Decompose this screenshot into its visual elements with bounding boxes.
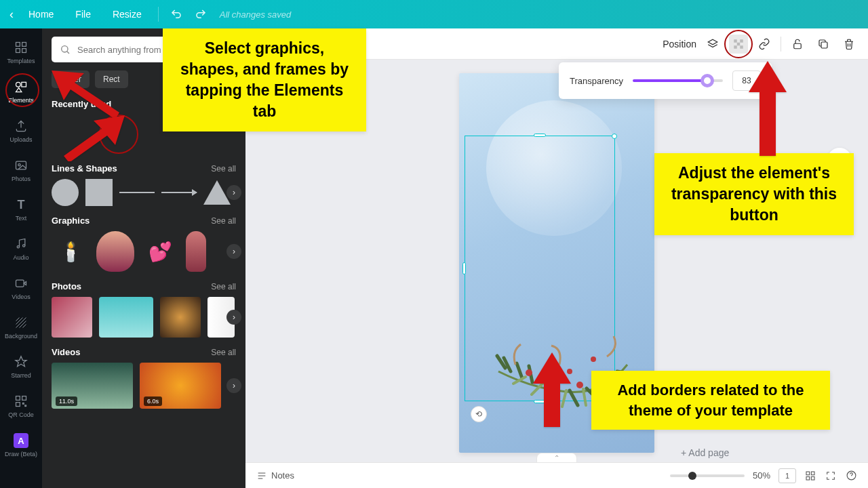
svg-rect-3 <box>22 49 26 53</box>
tab-background[interactable]: Background <box>0 308 42 347</box>
shape-arrow[interactable] <box>161 192 197 193</box>
tab-photos[interactable]: Photos <box>0 150 42 190</box>
svg-rect-15 <box>25 405 26 407</box>
section-title: Graphics <box>52 216 90 226</box>
pages-drawer-handle[interactable]: ⌃ <box>536 453 577 462</box>
zoom-value[interactable]: 50% <box>753 470 770 481</box>
graphic-item[interactable]: 💕 <box>141 231 179 272</box>
tab-elements[interactable]: Elements <box>0 72 42 111</box>
menu-resize[interactable]: Resize <box>103 5 151 24</box>
video-item[interactable]: 11.0s <box>52 363 133 409</box>
redo-icon[interactable] <box>194 7 208 21</box>
undo-icon[interactable] <box>170 7 183 21</box>
svg-rect-11 <box>16 396 20 401</box>
svg-rect-12 <box>22 396 26 401</box>
text-icon: T <box>14 197 28 212</box>
resize-handle[interactable] <box>534 134 546 137</box>
more-icon[interactable]: › <box>226 244 241 259</box>
qrcode-icon <box>14 394 28 409</box>
audio-icon <box>14 237 28 251</box>
menu-home[interactable]: Home <box>19 5 63 24</box>
svg-rect-23 <box>821 42 827 48</box>
tab-uploads[interactable]: Uploads <box>0 111 42 150</box>
layers-icon[interactable] <box>703 35 722 54</box>
tab-templates[interactable]: Templates <box>0 33 42 72</box>
delete-icon[interactable] <box>840 35 859 54</box>
section-title: Videos <box>52 347 80 357</box>
callout-transparency: Adjust the element's transparency with t… <box>654 153 854 235</box>
video-item[interactable]: 6.0s <box>140 363 221 409</box>
transparency-label: Transparency <box>570 76 623 86</box>
svg-point-8 <box>17 246 19 248</box>
tab-draw[interactable]: ADraw (Beta) <box>0 426 42 465</box>
transparency-slider[interactable] <box>633 79 723 82</box>
fullscreen-icon[interactable] <box>825 470 837 482</box>
see-all-link[interactable]: See all <box>211 282 236 291</box>
rotate-handle[interactable]: ⟲ <box>471 406 487 422</box>
grid-view-icon[interactable] <box>804 470 816 482</box>
duplicate-icon[interactable] <box>814 35 833 54</box>
more-icon[interactable]: › <box>226 310 241 325</box>
link-icon[interactable] <box>755 35 774 54</box>
menu-file[interactable]: File <box>66 5 100 24</box>
zoom-slider[interactable] <box>670 474 745 477</box>
help-icon[interactable] <box>845 470 857 482</box>
svg-rect-32 <box>806 476 810 480</box>
photo-item[interactable] <box>99 297 153 338</box>
elements-icon <box>14 79 28 94</box>
svg-rect-1 <box>22 43 26 47</box>
svg-point-26 <box>576 382 583 388</box>
video-duration: 11.0s <box>56 396 77 406</box>
arrow-annotation <box>533 352 571 430</box>
page-count[interactable]: 1 <box>778 468 796 483</box>
see-all-link[interactable]: See all <box>211 348 236 357</box>
shape-square[interactable] <box>85 179 113 206</box>
svg-rect-17 <box>734 39 737 43</box>
tab-audio[interactable]: Audio <box>0 229 42 268</box>
add-page-button[interactable]: + Add page <box>681 447 729 458</box>
back-icon[interactable]: ‹ <box>9 7 14 22</box>
slider-knob[interactable] <box>688 472 696 480</box>
section-videos: VideosSee all 11.0s 6.0s › <box>52 347 236 409</box>
search-icon <box>60 44 71 55</box>
tab-qrcode[interactable]: QR Code <box>0 386 42 426</box>
lock-icon[interactable] <box>788 35 807 54</box>
graphic-item[interactable]: 🕯️ <box>52 231 90 272</box>
see-all-link[interactable]: See all <box>211 164 236 174</box>
svg-rect-21 <box>740 45 743 49</box>
transparency-icon[interactable] <box>729 35 748 54</box>
slider-knob[interactable] <box>701 74 714 87</box>
bottom-bar: Notes 50% 1 <box>245 462 868 488</box>
position-button[interactable]: Position <box>663 39 696 49</box>
more-icon[interactable]: › <box>226 185 241 200</box>
photo-item[interactable] <box>52 297 92 338</box>
svg-point-29 <box>591 357 596 362</box>
graphic-item[interactable] <box>186 231 206 272</box>
shape-line[interactable] <box>119 192 155 193</box>
callout-elements: Select graphics, shapes, and frames by t… <box>163 28 366 131</box>
tab-text[interactable]: TText <box>0 190 42 229</box>
svg-rect-19 <box>737 42 741 45</box>
side-nav: Templates Elements Uploads Photos TText … <box>0 28 42 488</box>
tab-starred[interactable]: Starred <box>0 347 42 386</box>
svg-point-24 <box>526 369 532 376</box>
resize-handle[interactable] <box>462 262 466 274</box>
graphic-item[interactable] <box>96 231 134 272</box>
notes-button[interactable]: Notes <box>256 470 294 481</box>
resize-handle[interactable] <box>612 134 617 139</box>
svg-rect-5 <box>22 82 26 87</box>
photo-item[interactable] <box>160 297 201 338</box>
tab-videos[interactable]: Videos <box>0 268 42 308</box>
arrow-annotation <box>60 108 125 164</box>
draw-icon: A <box>14 433 28 448</box>
shape-circle[interactable] <box>52 179 79 206</box>
svg-point-16 <box>62 46 68 52</box>
callout-borders: Add borders related to the theme of your… <box>591 371 830 430</box>
section-lines-shapes: Lines & ShapesSee all › <box>52 163 236 206</box>
svg-rect-6 <box>16 161 26 169</box>
section-title: Photos <box>52 281 81 291</box>
section-photos: PhotosSee all › <box>52 281 236 338</box>
svg-rect-30 <box>806 472 810 475</box>
more-icon[interactable]: › <box>226 378 241 393</box>
see-all-link[interactable]: See all <box>211 216 236 226</box>
